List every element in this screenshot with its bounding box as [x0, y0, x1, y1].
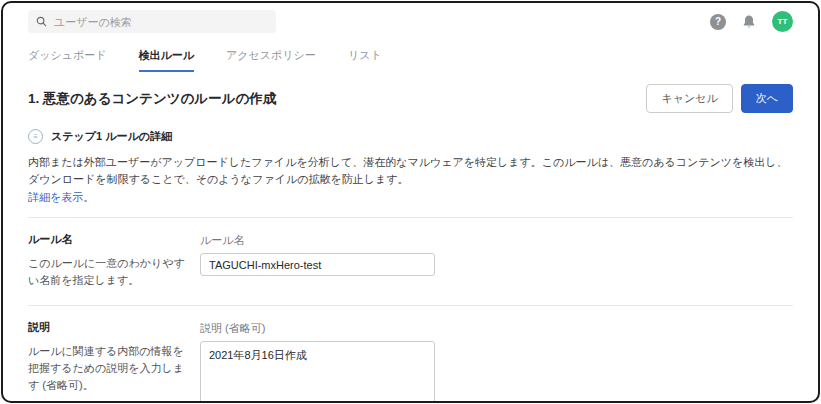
show-details-link[interactable]: 詳細を表示。 — [28, 190, 94, 205]
top-right-icons: ? TT — [710, 11, 793, 32]
page-header: 1. 悪意のあるコンテンツのルールの作成 キャンセル 次へ — [3, 72, 818, 123]
description-textarea[interactable]: 2021年8月16日作成 — [200, 341, 435, 403]
rule-name-row: ルール名 このルールに一意のわかりやすい名前を指定します。 ルール名 — [3, 218, 818, 293]
rule-name-field-label: ルール名 — [200, 233, 435, 248]
notifications-bell-icon[interactable] — [742, 14, 756, 29]
description-right: 説明 (省略可) 2021年8月16日作成 — [200, 320, 435, 403]
rule-name-hint: このルールに一意のわかりやすい名前を指定します。 — [28, 255, 200, 289]
help-icon[interactable]: ? — [710, 14, 726, 30]
tab-access-policies[interactable]: アクセスポリシー — [226, 42, 316, 72]
rule-name-heading: ルール名 — [28, 232, 200, 247]
step-list-icon: ≡ — [28, 129, 43, 144]
page-title: 1. 悪意のあるコンテンツのルールの作成 — [28, 90, 276, 108]
rule-name-right: ルール名 — [200, 232, 435, 289]
description-left: 説明 ルールに関連する内部の情報を把握するための説明を入力します (省略可)。 — [28, 320, 200, 403]
step-header: ≡ ステップ1 ルールの詳細 — [28, 129, 793, 144]
description-field-label: 説明 (省略可) — [200, 321, 435, 336]
app-window: ? TT ダッシュボード 検出ルール アクセスポリシー リスト 1. 悪意のある… — [1, 1, 820, 403]
description-heading: 説明 — [28, 320, 200, 335]
tab-dashboard[interactable]: ダッシュボード — [28, 42, 107, 72]
description-hint: ルールに関連する内部の情報を把握するための説明を入力します (省略可)。 — [28, 343, 200, 394]
description-row: 説明 ルールに関連する内部の情報を把握するための説明を入力します (省略可)。 … — [3, 306, 818, 403]
step-title: ステップ1 ルールの詳細 — [51, 129, 172, 144]
user-avatar[interactable]: TT — [772, 11, 793, 32]
rule-name-input[interactable] — [200, 253, 435, 276]
rule-name-left: ルール名 このルールに一意のわかりやすい名前を指定します。 — [28, 232, 200, 289]
top-bar: ? TT — [3, 3, 818, 40]
user-search[interactable] — [28, 10, 276, 33]
nav-tabs: ダッシュボード 検出ルール アクセスポリシー リスト — [3, 40, 818, 72]
tab-detection-rules[interactable]: 検出ルール — [139, 42, 195, 72]
tab-lists[interactable]: リスト — [348, 42, 382, 72]
search-input[interactable] — [54, 16, 268, 28]
step-section: ≡ ステップ1 ルールの詳細 内部または外部ユーザーがアップロードしたファイルを… — [3, 123, 818, 205]
cancel-button[interactable]: キャンセル — [646, 84, 732, 113]
search-icon — [36, 16, 47, 27]
step-description: 内部または外部ユーザーがアップロードしたファイルを分析して、潜在的なマルウェアを… — [28, 154, 793, 187]
next-button[interactable]: 次へ — [741, 84, 793, 113]
page-actions: キャンセル 次へ — [646, 84, 793, 113]
